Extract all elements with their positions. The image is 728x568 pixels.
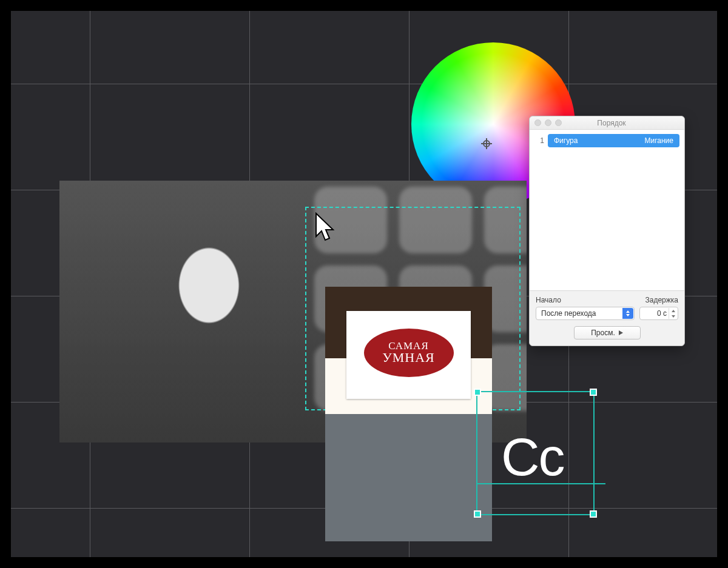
photo-color-woman[interactable]: САМАЯ УМНАЯ [325, 287, 492, 541]
delay-label: Задержка [645, 296, 679, 304]
animation-order-panel[interactable]: Порядок 1 Фигура Мигание Начало Задержка… [529, 116, 685, 346]
order-list[interactable]: 1 Фигура Мигание [530, 130, 684, 290]
stepper-down-icon[interactable] [669, 313, 677, 319]
panel-title: Порядок [544, 119, 679, 127]
cursor-arrow-icon [314, 212, 338, 242]
order-row-number: 1 [534, 136, 544, 145]
baseline-guide [477, 483, 605, 484]
start-select-value: После перехода [541, 309, 596, 318]
window-close-icon[interactable] [534, 119, 541, 126]
order-row-effect: Мигание [645, 136, 674, 145]
start-select[interactable]: После перехода [536, 307, 635, 320]
grid-horizontal [11, 84, 717, 84]
select-arrows-icon [622, 308, 633, 319]
order-row[interactable]: 1 Фигура Мигание [534, 133, 679, 148]
start-label: Начало [536, 296, 561, 304]
resize-handle-nw[interactable] [474, 389, 481, 396]
poster-line2: УМНАЯ [382, 351, 435, 364]
color-picker-reticle-icon[interactable] [481, 138, 492, 149]
order-row-name: Фигура [554, 136, 578, 145]
text-frame-selection[interactable] [476, 391, 595, 515]
resize-handle-ne[interactable] [590, 389, 597, 396]
delay-value: 0 с [657, 309, 667, 318]
poster-line1: САМАЯ [388, 341, 429, 351]
panel-titlebar[interactable]: Порядок [530, 116, 684, 130]
preview-button-label: Просм. [591, 329, 615, 337]
delay-stepper[interactable]: 0 с [639, 307, 678, 320]
stepper-up-icon[interactable] [669, 308, 677, 313]
resize-handle-sw[interactable] [474, 510, 481, 518]
preview-button[interactable]: Просм. [574, 326, 641, 339]
play-icon [619, 330, 623, 335]
poster: САМАЯ УМНАЯ [346, 311, 471, 399]
resize-handle-se[interactable] [590, 510, 597, 518]
design-canvas[interactable]: САМАЯ УМНАЯ Cc Порядок 1 Фигура [11, 11, 717, 557]
